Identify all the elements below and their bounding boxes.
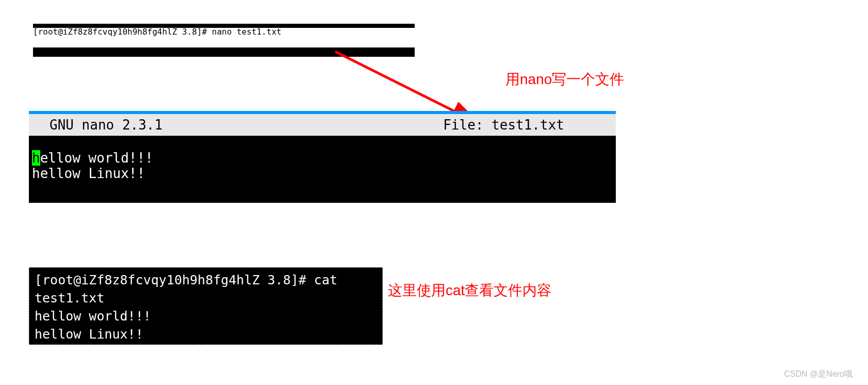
nano-editor-window: GNU nano 2.3.1 File: test1.txt hellow wo…	[29, 111, 616, 203]
terminal-cat-output: [root@iZf8z8fcvqy10h9h8fg4hlZ 3.8]# cat …	[29, 267, 383, 345]
nano-file-label: File: test1.txt	[443, 117, 605, 133]
nano-header-bar: GNU nano 2.3.1 File: test1.txt	[29, 112, 616, 136]
terminal-nano-command: [root@iZf8z8fcvqy10h9h8fg4hlZ 3.8]# nano…	[33, 27, 415, 37]
cursor-char: h	[32, 150, 40, 166]
cat-prompt-line: [root@iZf8z8fcvqy10h9h8fg4hlZ 3.8]# cat …	[35, 271, 377, 307]
terminal-prompt-line: [root@iZf8z8fcvqy10h9h8fg4hlZ 3.8]# nano…	[33, 27, 415, 37]
nano-editor-body[interactable]: hellow world!!! hellow Linux!!	[29, 136, 616, 203]
watermark-text: CSDN @是Nero哦	[784, 369, 853, 380]
nano-version-label: GNU nano 2.3.1	[50, 117, 162, 133]
cat-output-line2: hellow Linux!!	[35, 325, 377, 343]
nano-line1-rest: ellow world!!!	[40, 150, 153, 166]
annotation-cat-label: 这里使用cat查看文件内容	[388, 281, 551, 300]
terminal-bottom-strip	[33, 47, 415, 57]
nano-line-1: hellow world!!!	[32, 150, 613, 166]
nano-line-2: hellow Linux!!	[32, 166, 613, 181]
cat-output-line1: hellow world!!!	[35, 307, 377, 325]
annotation-nano-label: 用nano写一个文件	[505, 70, 624, 89]
